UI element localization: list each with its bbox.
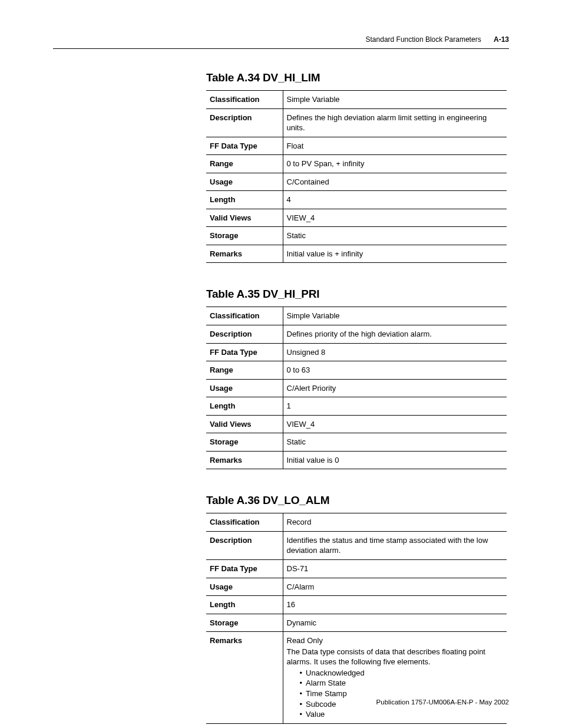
row-value: Static xyxy=(283,433,507,452)
row-label: Usage xyxy=(206,379,283,397)
table-block-dv-hi-lim: Table A.34 DV_HI_LIM ClassificationSimpl… xyxy=(206,71,509,263)
remarks-intro2: The Data type consists of data that desc… xyxy=(287,647,503,667)
row-label: Storage xyxy=(206,433,283,452)
row-value: VIEW_4 xyxy=(283,209,507,227)
row-value: C/Alarm xyxy=(283,578,507,596)
row-label: Remarks xyxy=(206,451,283,469)
row-label: FF Data Type xyxy=(206,137,283,155)
row-value: C/Contained xyxy=(283,173,507,191)
row-label: Remarks xyxy=(206,245,283,263)
row-label: Usage xyxy=(206,578,283,596)
table-row: DescriptionDefines the high deviation al… xyxy=(206,108,507,137)
table-row: Valid ViewsVIEW_4 xyxy=(206,209,507,227)
table-row: UsageC/Contained xyxy=(206,173,507,191)
row-value: 1 xyxy=(283,397,507,416)
remarks-list: Unacknowledged Alarm State Time Stamp Su… xyxy=(287,668,503,720)
section-name: Standard Function Block Parameters xyxy=(366,35,481,44)
param-table-dv-lo-alm: ClassificationRecord DescriptionIdentifi… xyxy=(206,513,507,723)
row-value: Record xyxy=(283,513,507,532)
table-title: Table A.35 DV_HI_PRI xyxy=(206,288,509,301)
row-value: Initial value is 0 xyxy=(283,451,507,469)
row-label: Usage xyxy=(206,173,283,191)
table-row: FF Data TypeFloat xyxy=(206,137,507,155)
remarks-intro1: Read Only xyxy=(287,635,503,646)
row-value: Identifies the status and time stamp ass… xyxy=(283,531,507,559)
table-row: Range0 to PV Span, + infinity xyxy=(206,155,507,173)
row-value: 0 to PV Span, + infinity xyxy=(283,155,507,173)
row-label: Length xyxy=(206,397,283,416)
row-label: Description xyxy=(206,108,283,137)
row-label: Range xyxy=(206,361,283,380)
table-row: Length1 xyxy=(206,397,507,416)
table-row: RemarksInitial value is 0 xyxy=(206,451,507,469)
row-value: 16 xyxy=(283,596,507,614)
row-value: Float xyxy=(283,137,507,155)
table-row: RemarksInitial value is + infinity xyxy=(206,245,507,263)
row-value: Initial value is + infinity xyxy=(283,245,507,263)
table-row: Length16 xyxy=(206,596,507,614)
table-block-dv-lo-alm: Table A.36 DV_LO_ALM ClassificationRecor… xyxy=(206,494,509,723)
table-row: ClassificationSimple Variable xyxy=(206,91,507,109)
row-label: Valid Views xyxy=(206,415,283,433)
row-label: FF Data Type xyxy=(206,560,283,578)
table-row: FF Data TypeDS-71 xyxy=(206,560,507,578)
param-table-dv-hi-pri: ClassificationSimple Variable Descriptio… xyxy=(206,307,507,469)
row-value: C/Alert Priority xyxy=(283,379,507,397)
row-label: Length xyxy=(206,596,283,614)
page-content: Standard Function Block Parameters A-13 … xyxy=(0,0,562,728)
header-rule xyxy=(53,48,509,49)
table-title: Table A.36 DV_LO_ALM xyxy=(206,494,509,507)
row-value: VIEW_4 xyxy=(283,415,507,433)
row-value: Read Only The Data type consists of data… xyxy=(283,632,507,723)
table-block-dv-hi-pri: Table A.35 DV_HI_PRI ClassificationSimpl… xyxy=(206,288,509,469)
row-value: DS-71 xyxy=(283,560,507,578)
table-row: Remarks Read Only The Data type consists… xyxy=(206,632,507,723)
list-item: Unacknowledged xyxy=(300,668,503,678)
page-number: A-13 xyxy=(494,35,509,44)
row-value: Unsigned 8 xyxy=(283,343,507,361)
table-row: StorageStatic xyxy=(206,433,507,452)
list-item: Alarm State xyxy=(300,678,503,689)
table-row: ClassificationRecord xyxy=(206,513,507,532)
table-row: ClassificationSimple Variable xyxy=(206,307,507,325)
table-row: StorageStatic xyxy=(206,227,507,245)
table-row: FF Data TypeUnsigned 8 xyxy=(206,343,507,361)
row-label: Length xyxy=(206,191,283,209)
row-value: Simple Variable xyxy=(283,91,507,109)
table-row: Valid ViewsVIEW_4 xyxy=(206,415,507,433)
row-label: Description xyxy=(206,531,283,559)
row-label: Storage xyxy=(206,227,283,245)
row-value: 0 to 63 xyxy=(283,361,507,380)
table-row: DescriptionIdentifies the status and tim… xyxy=(206,531,507,559)
row-label: Classification xyxy=(206,307,283,325)
list-item: Value xyxy=(300,709,503,720)
remarks-content: Read Only The Data type consists of data… xyxy=(287,635,503,719)
table-row: DescriptionDefines priority of the high … xyxy=(206,325,507,344)
row-label: Storage xyxy=(206,614,283,632)
row-value: Static xyxy=(283,227,507,245)
row-label: Range xyxy=(206,155,283,173)
table-row: Length4 xyxy=(206,191,507,209)
publication-footer: Publication 1757-UM006A-EN-P - May 2002 xyxy=(376,699,509,706)
table-row: Range0 to 63 xyxy=(206,361,507,380)
row-label: Remarks xyxy=(206,632,283,723)
row-value: Simple Variable xyxy=(283,307,507,325)
table-row: UsageC/Alert Priority xyxy=(206,379,507,397)
row-label: Valid Views xyxy=(206,209,283,227)
row-label: Classification xyxy=(206,91,283,109)
param-table-dv-hi-lim: ClassificationSimple Variable Descriptio… xyxy=(206,90,507,263)
row-label: Classification xyxy=(206,513,283,532)
row-label: Description xyxy=(206,325,283,344)
row-label: FF Data Type xyxy=(206,343,283,361)
row-value: Defines the high deviation alarm limit s… xyxy=(283,108,507,137)
running-header: Standard Function Block Parameters A-13 xyxy=(53,35,509,44)
table-row: StorageDynamic xyxy=(206,614,507,632)
list-item: Time Stamp xyxy=(300,689,503,699)
row-value: Dynamic xyxy=(283,614,507,632)
row-value: 4 xyxy=(283,191,507,209)
row-value: Defines priority of the high deviation a… xyxy=(283,325,507,344)
table-title: Table A.34 DV_HI_LIM xyxy=(206,71,509,84)
table-row: UsageC/Alarm xyxy=(206,578,507,596)
